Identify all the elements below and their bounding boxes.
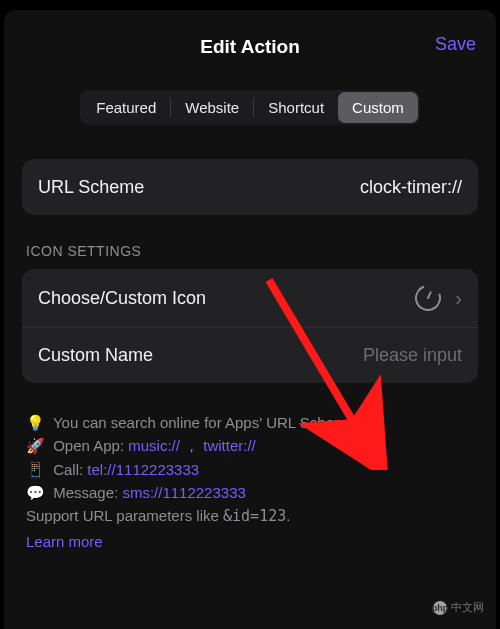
edit-action-sheet: Edit Action Save Featured Website Shortc… [4,10,496,629]
tip-open-app-label: Open App: [53,437,124,454]
save-button[interactable]: Save [435,34,476,55]
tab-website[interactable]: Website [171,92,253,123]
phone-icon: 📱 [26,461,45,478]
choose-icon-row[interactable]: Choose/Custom Icon › [22,269,478,327]
tip-support: Support URL parameters like &id=123. [26,504,474,528]
url-scheme-value: clock-timer:// [360,177,462,198]
icon-settings-card: Choose/Custom Icon › Custom Name Please … [22,269,478,383]
custom-name-input[interactable]: Please input [363,345,462,366]
url-scheme-label: URL Scheme [38,177,144,198]
link-sms[interactable]: sms://1112223333 [122,484,245,501]
tip-message-label: Message: [53,484,118,501]
lightbulb-icon: 💡 [26,414,45,431]
link-twitter[interactable]: twitter:// [203,437,256,454]
icon-settings-header: ICON SETTINGS [26,243,474,259]
url-scheme-row[interactable]: URL Scheme clock-timer:// [22,159,478,215]
tip-call: 📱 Call: tel://1112223333 [26,458,474,481]
custom-name-row[interactable]: Custom Name Please input [22,327,478,383]
custom-name-label: Custom Name [38,345,153,366]
url-scheme-card: URL Scheme clock-timer:// [22,159,478,215]
segmented-control-wrap: Featured Website Shortcut Custom [22,90,478,125]
tab-featured[interactable]: Featured [82,92,170,123]
tip-search-text: You can search online for Apps' URL Sche… [53,414,367,431]
tip-message: 💬 Message: sms://1112223333 [26,481,474,504]
link-tel[interactable]: tel://1112223333 [87,461,199,478]
link-music[interactable]: music:// [128,437,180,454]
watermark-logo: php [433,601,447,615]
separator: ， [184,437,199,454]
choose-icon-trail: › [415,285,462,311]
tab-shortcut[interactable]: Shortcut [254,92,338,123]
segmented-control: Featured Website Shortcut Custom [80,90,420,125]
timer-icon [411,281,446,316]
choose-icon-label: Choose/Custom Icon [38,288,206,309]
tip-search: 💡 You can search online for Apps' URL Sc… [26,411,474,434]
tab-custom[interactable]: Custom [338,92,418,123]
tips-block: 💡 You can search online for Apps' URL Sc… [22,411,478,554]
chevron-right-icon: › [455,287,462,310]
learn-more-link[interactable]: Learn more [26,530,103,553]
page-title: Edit Action [200,36,300,58]
rocket-icon: 🚀 [26,437,45,454]
tip-support-code: &id=123 [223,507,286,525]
watermark: php 中文网 [433,600,484,615]
tip-support-text: Support URL parameters like [26,507,223,524]
watermark-text: 中文网 [451,600,484,615]
speech-bubble-icon: 💬 [26,484,45,501]
tip-open-app: 🚀 Open App: music:// ， twitter:// [26,434,474,457]
header: Edit Action Save [22,28,478,66]
tip-call-label: Call: [53,461,83,478]
